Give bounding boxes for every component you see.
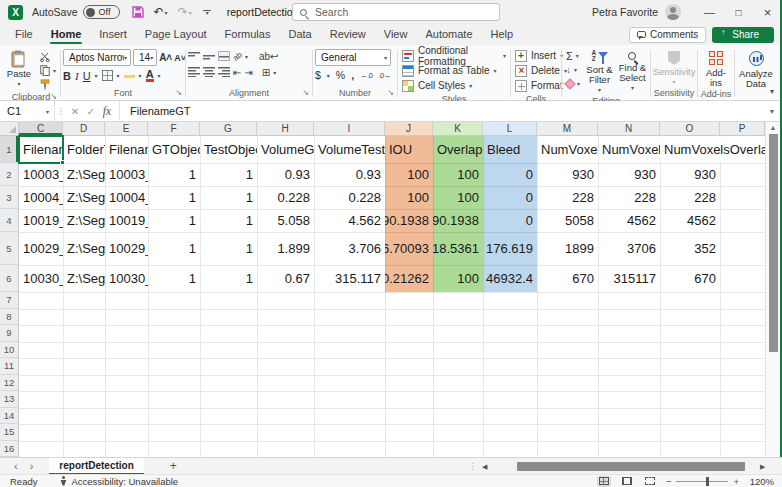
cell-L1[interactable]: Bleed <box>483 136 537 163</box>
addins-button[interactable]: Add-ins <box>700 48 732 88</box>
cell-O4[interactable]: 4562 <box>660 209 720 232</box>
name-box[interactable]: C1▾ <box>0 101 55 121</box>
column-header-M[interactable]: M <box>537 122 598 136</box>
cell-styles-button[interactable]: Cell Styles▾ <box>400 78 508 93</box>
cell-K5[interactable]: 18.5361 <box>433 232 483 265</box>
increase-decimal-button[interactable]: ←.0 <box>360 71 372 80</box>
cell-D2[interactable]: Z:\Segm <box>63 163 105 186</box>
cell-D4[interactable]: Z:\Segm <box>63 209 105 232</box>
fill-color-button[interactable] <box>124 74 135 78</box>
row-header-15[interactable]: 15 <box>0 424 19 441</box>
customize-quick-access-button[interactable]: ▾ <box>202 10 213 15</box>
clear-button[interactable]: ▾ <box>564 77 582 90</box>
cell-F5[interactable]: 1 <box>148 232 200 265</box>
cell-I2[interactable]: 0.93 <box>314 163 385 186</box>
align-right-button[interactable] <box>218 67 230 77</box>
accounting-dropdown[interactable]: ▾ <box>327 72 330 79</box>
row-header-7[interactable]: 7 <box>0 292 19 309</box>
cell-D6[interactable]: Z:\Segm <box>63 265 105 292</box>
merge-dropdown[interactable]: ▾ <box>273 69 276 76</box>
cell-E6[interactable]: 10030_c <box>105 265 148 292</box>
insert-cells-button[interactable]: Insert▾ <box>513 48 559 63</box>
cell-E3[interactable]: 10004_c <box>105 186 148 209</box>
row-header-16[interactable]: 16 <box>0 441 19 458</box>
column-header-E[interactable]: E <box>105 122 148 136</box>
cell-I3[interactable]: 0.228 <box>314 186 385 209</box>
cell-E2[interactable]: 10003_c <box>105 163 148 186</box>
cell-H5[interactable]: 1.899 <box>257 232 314 265</box>
cell-M4[interactable]: 5058 <box>537 209 598 232</box>
tab-help[interactable]: Help <box>482 24 523 45</box>
column-header-O[interactable]: O <box>660 122 720 136</box>
row-header-3[interactable]: 3 <box>0 186 19 209</box>
sort-filter-button[interactable]: AZ Sort & Filter▾ <box>584 48 615 95</box>
cell-K1[interactable]: Overlap <box>433 136 483 163</box>
tab-page-layout[interactable]: Page Layout <box>136 24 216 45</box>
row-header-12[interactable]: 12 <box>0 375 19 392</box>
share-button[interactable]: Share▾ <box>712 27 774 43</box>
column-header-C[interactable]: C <box>19 122 63 136</box>
formula-input[interactable]: FilenameGT <box>119 101 762 121</box>
cell-L5[interactable]: 176.619 <box>483 232 537 265</box>
cell-C5[interactable]: 10029_c <box>19 232 63 265</box>
alignment-dialog-launcher[interactable]: ↘ <box>302 89 309 97</box>
align-center-button[interactable] <box>203 67 215 77</box>
cell-O6[interactable]: 670 <box>660 265 720 292</box>
column-header-F[interactable]: F <box>148 122 200 136</box>
cell-I6[interactable]: 315.117 <box>314 265 385 292</box>
accessibility-checker[interactable]: Accessibility: Unavailable <box>59 476 178 487</box>
insert-function-button[interactable]: fx <box>99 105 115 117</box>
italic-button[interactable]: I <box>75 70 79 82</box>
conditional-formatting-button[interactable]: Conditional Formatting▾ <box>400 48 508 63</box>
cell-M3[interactable]: 228 <box>537 186 598 209</box>
font-name-select[interactable]: Aptos Narrow▾ <box>63 49 131 66</box>
font-color-dropdown[interactable]: ▾ <box>158 72 161 79</box>
cell-H4[interactable]: 5.058 <box>257 209 314 232</box>
decrease-indent-button[interactable]: ⇤ <box>233 67 241 78</box>
orientation-dropdown[interactable]: ▾ <box>245 53 248 60</box>
row-header-11[interactable]: 11 <box>0 358 19 375</box>
column-header-D[interactable]: D <box>63 122 105 136</box>
merge-center-button[interactable]: ⊞ <box>262 67 270 78</box>
align-middle-button[interactable] <box>203 51 215 61</box>
cell-L6[interactable]: 46932.4 <box>483 265 537 292</box>
page-break-view-button[interactable] <box>643 476 657 487</box>
cell-C2[interactable]: 10003_c <box>19 163 63 186</box>
cell-H6[interactable]: 0.67 <box>257 265 314 292</box>
font-size-select[interactable]: 14▾ <box>133 49 157 66</box>
underline-button[interactable]: U <box>83 70 91 82</box>
font-dialog-launcher[interactable]: ↘ <box>175 89 182 97</box>
row-header-1[interactable]: 1 <box>0 136 19 163</box>
cell-K2[interactable]: 100 <box>433 163 483 186</box>
scroll-up-icon[interactable]: ▲ <box>766 124 780 131</box>
column-header-H[interactable]: H <box>257 122 314 136</box>
undo-button[interactable]: ↶▾ <box>154 5 168 19</box>
cell-K6[interactable]: 100 <box>433 265 483 292</box>
number-format-select[interactable]: General▾ <box>315 49 391 66</box>
next-sheet-button[interactable]: › <box>30 460 34 472</box>
zoom-slider-thumb[interactable] <box>706 477 709 486</box>
borders-dropdown[interactable]: ▾ <box>117 72 120 79</box>
zoom-in-button[interactable]: + <box>733 476 739 487</box>
comments-button[interactable]: Comments <box>629 27 706 43</box>
cell-O5[interactable]: 352 <box>660 232 720 265</box>
cell-J5[interactable]: 6.70093 <box>385 232 433 265</box>
cell-I1[interactable]: VolumeTest_ <box>314 136 385 163</box>
cell-L3[interactable]: 0 <box>483 186 537 209</box>
tab-home[interactable]: Home <box>42 24 91 45</box>
row-header-4[interactable]: 4 <box>0 209 19 232</box>
cell-G4[interactable]: 1 <box>200 209 257 232</box>
cell-F1[interactable]: GTObject <box>148 136 200 163</box>
align-top-button[interactable] <box>188 51 200 61</box>
cell-J1[interactable]: IOU <box>385 136 433 163</box>
column-header-L[interactable]: L <box>483 122 537 136</box>
cell-L4[interactable]: 0 <box>483 209 537 232</box>
bold-button[interactable]: B <box>63 70 71 82</box>
formula-bar-expand-button[interactable]: ▾ <box>762 107 782 116</box>
cell-M1[interactable]: NumVoxelsG <box>537 136 598 163</box>
cell-D1[interactable]: FolderTe <box>63 136 105 163</box>
cell-C6[interactable]: 10030_c <box>19 265 63 292</box>
font-color-button[interactable]: A <box>146 69 154 82</box>
cell-H3[interactable]: 0.228 <box>257 186 314 209</box>
cell-I5[interactable]: 3.706 <box>314 232 385 265</box>
